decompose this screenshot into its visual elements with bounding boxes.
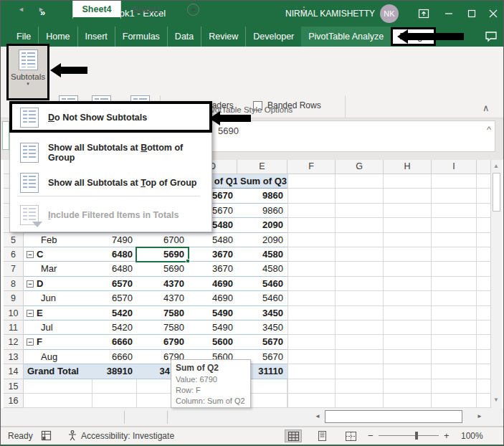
- sheet-tab-sheet4[interactable]: Sheet4: [72, 1, 121, 19]
- scrollbar-grip[interactable]: [303, 6, 305, 8]
- cell-X16[interactable]: [477, 394, 490, 408]
- page-break-view-icon[interactable]: [342, 430, 359, 442]
- accessibility-icon[interactable]: [67, 430, 78, 441]
- page-layout-view-icon[interactable]: [313, 430, 331, 442]
- cell-I14[interactable]: [432, 364, 477, 379]
- zoom-out-button[interactable]: −: [368, 430, 374, 441]
- minimize-button[interactable]: [442, 6, 456, 21]
- cell-G3[interactable]: [336, 204, 384, 218]
- cell-A7[interactable]: Mar: [24, 262, 92, 276]
- cell-I4[interactable]: [432, 218, 477, 232]
- row-header-5[interactable]: 5: [4, 233, 24, 247]
- cell-G8[interactable]: [336, 277, 384, 291]
- cell-H6[interactable]: [384, 247, 432, 262]
- cell-A6[interactable]: −C: [24, 247, 92, 262]
- collapse-group-icon[interactable]: −: [27, 280, 34, 288]
- cell-H10[interactable]: [384, 306, 432, 321]
- cell-H16[interactable]: [384, 394, 432, 408]
- cell-I11[interactable]: [432, 321, 477, 335]
- cell-G14[interactable]: [336, 364, 384, 379]
- column-header-F[interactable]: F: [287, 160, 336, 174]
- collapse-ribbon-icon[interactable]: ∧: [482, 103, 490, 113]
- maximize-button[interactable]: [465, 6, 479, 21]
- cell-I12[interactable]: [432, 335, 477, 349]
- column-header-E[interactable]: E: [237, 160, 287, 174]
- ribbon-display-options-icon[interactable]: [417, 6, 431, 21]
- tab-developer[interactable]: Developer: [245, 27, 301, 47]
- cell-X4[interactable]: [477, 218, 490, 232]
- cell-A14[interactable]: Grand Total: [24, 364, 92, 379]
- cell-H14[interactable]: [384, 364, 432, 379]
- cell-G6[interactable]: [336, 247, 384, 262]
- cell-X11[interactable]: [477, 321, 490, 335]
- row-header-13[interactable]: 13: [4, 350, 24, 364]
- scroll-up-icon[interactable]: ▲: [493, 163, 499, 169]
- tab-design[interactable]: Design: [391, 27, 436, 46]
- cell-F7[interactable]: [287, 262, 336, 276]
- cell-I3[interactable]: [432, 204, 477, 218]
- cell-H8[interactable]: [384, 277, 432, 291]
- cell-G7[interactable]: [336, 262, 384, 276]
- cell-C9[interactable]: 4370: [137, 291, 189, 305]
- column-header-G[interactable]: G: [336, 160, 384, 174]
- cell-X8[interactable]: [477, 277, 490, 291]
- cell-A15[interactable]: [24, 379, 92, 394]
- zoom-slider-thumb[interactable]: [415, 432, 418, 440]
- cell-H3[interactable]: [384, 204, 432, 218]
- zoom-in-button[interactable]: +: [444, 430, 450, 441]
- cell-G10[interactable]: [336, 306, 384, 321]
- row-header-10[interactable]: 10: [4, 306, 24, 321]
- cell-F9[interactable]: [287, 291, 336, 305]
- sheet-tab-sheet1[interactable]: Sheet1: [127, 1, 166, 19]
- cell-D11[interactable]: 5490: [189, 321, 237, 335]
- new-sheet-button[interactable]: +: [187, 4, 199, 16]
- collapse-group-icon[interactable]: −: [27, 338, 34, 346]
- cell-I10[interactable]: [432, 306, 477, 321]
- cell-G2[interactable]: [336, 189, 384, 203]
- row-header-9[interactable]: 9: [4, 291, 24, 305]
- row-header-15[interactable]: 15: [4, 379, 24, 394]
- cell-X14[interactable]: [477, 364, 490, 379]
- normal-view-icon[interactable]: [285, 430, 302, 442]
- cell-A9[interactable]: Jun: [24, 291, 92, 305]
- zoom-level[interactable]: 100%: [461, 431, 483, 441]
- accessibility-status[interactable]: Accessibility: Investigate: [81, 431, 174, 441]
- cell-D5[interactable]: 5480: [189, 233, 237, 247]
- cell-E6[interactable]: 4580: [237, 247, 287, 262]
- cell-A5[interactable]: Feb: [24, 233, 92, 247]
- column-header-partial[interactable]: [477, 160, 490, 174]
- subtotals-button[interactable]: Subtotals ▾: [9, 49, 47, 102]
- cell-G16[interactable]: [336, 394, 384, 408]
- tab-data[interactable]: Data: [167, 27, 201, 47]
- cell-G5[interactable]: [336, 233, 384, 247]
- menu-item-show-all-subtotals-at-top-of-group[interactable]: Show all Subtotals at Top of Group: [10, 169, 211, 197]
- cell-X12[interactable]: [477, 335, 490, 349]
- cell-H2[interactable]: [384, 189, 432, 203]
- cell-I2[interactable]: [432, 189, 477, 203]
- cell-B15[interactable]: [92, 379, 137, 394]
- tab-review[interactable]: Review: [201, 27, 245, 47]
- cell-B10[interactable]: 5420: [92, 306, 137, 321]
- cell-X15[interactable]: [477, 379, 490, 394]
- cell-B13[interactable]: 6660: [92, 350, 137, 364]
- cell-G9[interactable]: [336, 291, 384, 305]
- zoom-slider-track[interactable]: [379, 435, 439, 436]
- column-header-I[interactable]: I: [432, 160, 477, 174]
- cell-F16[interactable]: [287, 394, 336, 408]
- comment-icon[interactable]: [484, 29, 498, 44]
- cell-I6[interactable]: [432, 247, 477, 262]
- cell-B8[interactable]: 6570: [92, 277, 137, 291]
- cell-A11[interactable]: Jul: [24, 321, 92, 335]
- cell-E10[interactable]: 3450: [237, 306, 287, 321]
- cell-I15[interactable]: [432, 379, 477, 394]
- cell-F2[interactable]: [287, 189, 336, 203]
- cell-B5[interactable]: 7490: [92, 233, 137, 247]
- collapse-group-icon[interactable]: −: [27, 310, 34, 317]
- cell-F15[interactable]: [287, 379, 336, 394]
- cell-B14[interactable]: 38910: [92, 364, 137, 379]
- account-name[interactable]: NIRMAL KAMISHETTY: [266, 9, 375, 19]
- cell-H12[interactable]: [384, 335, 432, 349]
- cell-F8[interactable]: [287, 277, 336, 291]
- cell-X13[interactable]: [477, 350, 490, 364]
- cell-G13[interactable]: [336, 350, 384, 364]
